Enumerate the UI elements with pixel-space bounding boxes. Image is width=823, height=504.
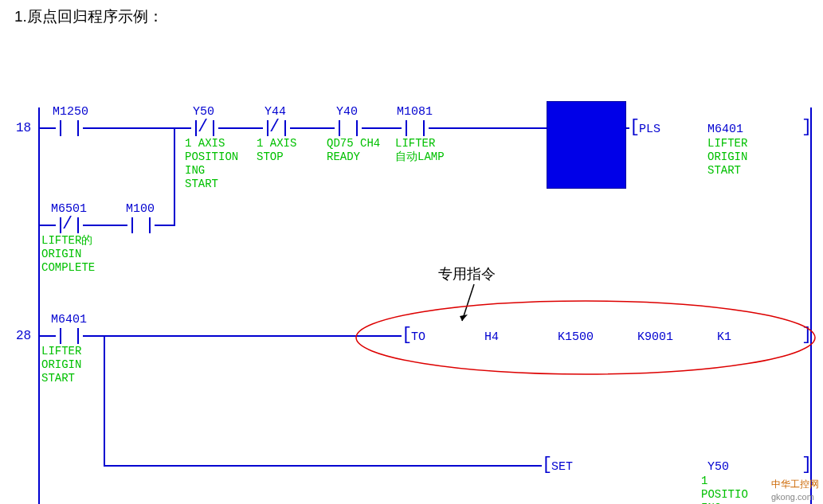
- label-m100: M100: [126, 202, 155, 216]
- watermark-en: gkong.com: [771, 492, 814, 502]
- coil-dest-y50: Y50: [707, 460, 729, 474]
- desc-m6401: LIFTER ORIGIN START: [41, 345, 81, 385]
- watermark: 中华工控网 gkong.com: [771, 478, 819, 502]
- contact-y44: /: [263, 120, 290, 136]
- wire: [290, 127, 335, 129]
- contact-y40: [335, 120, 362, 136]
- contact-m1081: [402, 120, 429, 136]
- wire-vertical-branch2: [104, 335, 105, 467]
- wire: [104, 465, 542, 467]
- selection-highlight-box: [547, 101, 626, 189]
- wire: [155, 225, 175, 226]
- left-power-rail: [38, 107, 40, 504]
- label-m6401: M6401: [51, 313, 87, 326]
- coil-op-pls: PLS: [639, 123, 660, 136]
- contact-m1250: [56, 120, 83, 136]
- wire: [40, 225, 56, 226]
- desc-y50: 1 AXIS POSITION ING START: [185, 137, 238, 191]
- svg-point-2: [356, 301, 815, 374]
- step-number-rung1: 18: [16, 121, 31, 135]
- label-m6501: M6501: [51, 202, 87, 216]
- contact-m6401: [56, 328, 83, 344]
- label-y40: Y40: [336, 105, 358, 119]
- label-m1250: M1250: [53, 105, 88, 119]
- desc-m1081: LIFTER 自动LAMP: [395, 137, 445, 164]
- wire: [40, 335, 56, 337]
- ladder-diagram: 18 M1250 / Y50 1 AXIS POSITION ING START…: [0, 88, 823, 502]
- label-y50: Y50: [193, 105, 214, 119]
- desc-m6501: LIFTER的 ORIGIN COMPLETE: [41, 234, 95, 275]
- coil-bracket-r: ]: [801, 119, 812, 135]
- coil-dest-m6401: M6401: [707, 123, 743, 136]
- watermark-cn: 中华工控网: [771, 479, 819, 490]
- coil-bracket-r-set: ]: [801, 457, 812, 473]
- label-y44: Y44: [265, 105, 286, 119]
- label-m1081: M1081: [397, 105, 433, 119]
- contact-y50: /: [191, 120, 218, 136]
- desc-y40: QD75 CH4 READY: [327, 137, 380, 164]
- coil-desc-y50: 1 POSITIO ING: [701, 475, 748, 504]
- wire: [429, 127, 547, 129]
- page-title: 1.原点回归程序示例：: [14, 6, 163, 27]
- wire: [362, 127, 402, 129]
- wire-vertical-branch: [174, 127, 175, 226]
- desc-y44: 1 AXIS STOP: [257, 137, 296, 164]
- step-number-rung2: 28: [16, 329, 31, 343]
- wire: [83, 225, 127, 226]
- contact-m100: [127, 217, 155, 233]
- annotation-ellipse-icon: [351, 296, 821, 380]
- annotation-special-instruction: 专用指令: [438, 264, 496, 283]
- contact-m6501: /: [56, 217, 83, 233]
- wire: [218, 127, 263, 129]
- coil-desc-m6401: LIFTER ORIGIN START: [707, 137, 747, 178]
- coil-op-set: SET: [551, 460, 573, 474]
- wire: [40, 127, 56, 129]
